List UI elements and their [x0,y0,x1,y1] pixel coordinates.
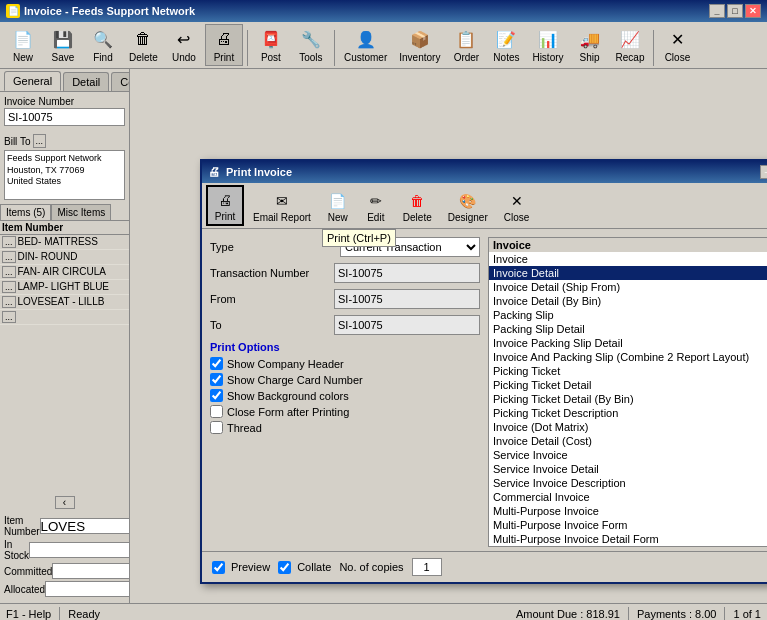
list-item-service-invoice[interactable]: Service Invoice [489,448,767,462]
toolbar-save[interactable]: 💾 Save [44,24,82,66]
toolbar-customer[interactable]: 👤 Customer [339,24,392,66]
toolbar-new[interactable]: 📄 New [4,24,42,66]
list-item[interactable]: ... BED- MATTRESS [0,235,129,250]
tab-detail[interactable]: Detail [63,72,109,91]
toolbar-order[interactable]: 📋 Order [447,24,485,66]
toolbar-tools[interactable]: 🔧 Tools [292,24,330,66]
sub-tab-misc[interactable]: Misc Items [51,204,111,220]
minimize-btn[interactable]: _ [709,4,725,18]
sub-tab-items[interactable]: Items (5) [0,204,51,220]
list-item-picking-ticket[interactable]: Picking Ticket [489,364,767,378]
dialog-toolbar-close-btn[interactable]: ✕ Close [497,187,537,226]
list-item-packing-slip-detail[interactable]: Packing Slip Detail [489,322,767,336]
allocated-field[interactable] [45,581,130,597]
toolbar-delete[interactable]: 🗑 Delete [124,24,163,66]
list-item-invoice-and-packing[interactable]: Invoice And Packing Slip (Combine 2 Repo… [489,350,767,364]
show-charge-label: Show Charge Card Number [227,374,363,386]
dialog-delete-icon: 🗑 [406,190,428,212]
tab-comm[interactable]: Comm [111,72,130,91]
tab-general[interactable]: General [4,71,61,91]
help-label[interactable]: F1 - Help [6,608,51,620]
list-item-picking-ticket-detail[interactable]: Picking Ticket Detail [489,378,767,392]
toolbar-print[interactable]: 🖨 Print [205,24,243,66]
preview-checkbox[interactable] [212,561,225,574]
order-icon: 📋 [454,27,478,51]
list-item-multi-purpose-form[interactable]: Multi-Purpose Invoice Form [489,518,767,532]
in-stock-field[interactable] [29,542,130,558]
list-item-invoice-dot[interactable]: Invoice (Dot Matrix) [489,420,767,434]
list-item-service-detail[interactable]: Service Invoice Detail [489,462,767,476]
list-item-commercial[interactable]: Commercial Invoice [489,490,767,504]
maximize-btn[interactable]: □ [727,4,743,18]
show-company-checkbox[interactable] [210,357,223,370]
list-item-multi-purpose[interactable]: Multi-Purpose Invoice [489,504,767,518]
list-item-invoice-detail[interactable]: Invoice Detail [489,266,767,280]
copies-input[interactable] [412,558,442,576]
show-bg-checkbox[interactable] [210,389,223,402]
to-input[interactable] [334,315,480,335]
list-item-packing-slip[interactable]: Packing Slip [489,308,767,322]
dialog-designer-btn[interactable]: 🎨 Designer [441,187,495,226]
invoice-number-input[interactable] [4,108,125,126]
transaction-input[interactable] [334,263,480,283]
item-expand-btn-1[interactable]: ... [2,251,16,263]
toolbar-history[interactable]: 📊 History [527,24,568,66]
thread-checkbox[interactable] [210,421,223,434]
item-expand-btn-0[interactable]: ... [2,236,16,248]
toolbar-notes[interactable]: 📝 Notes [487,24,525,66]
dialog-edit-btn[interactable]: ✏ Edit [358,187,394,226]
payments-label: Payments : 8.00 [637,608,717,620]
dialog-print-btn[interactable]: 🖨 Print [206,185,244,226]
list-item[interactable]: ... [0,310,129,325]
item-expand-btn-3[interactable]: ... [2,281,16,293]
list-item-multi-purpose-detail[interactable]: Multi-Purpose Invoice Detail Form [489,532,767,546]
bill-to-expand-btn[interactable]: ... [33,134,47,148]
list-item-invoice-packing[interactable]: Invoice Packing Slip Detail [489,336,767,350]
thread-row: Thread [210,421,480,434]
page-label: 1 of 1 [733,608,761,620]
item-expand-btn-5[interactable]: ... [2,311,16,323]
bottom-fields: Item Number In Stock Committed Allocated [0,511,129,603]
new-icon: 📄 [11,27,35,51]
close-form-checkbox[interactable] [210,405,223,418]
item-label-2: FAN- AIR CIRCULA [18,266,106,278]
item-expand-btn-2[interactable]: ... [2,266,16,278]
collate-row: Collate [278,561,331,574]
show-charge-checkbox[interactable] [210,373,223,386]
list-item-picking-ticket-bin[interactable]: Picking Ticket Detail (By Bin) [489,392,767,406]
toolbar-recap[interactable]: 📈 Recap [611,24,650,66]
report-list[interactable]: Invoice Invoice Invoice Detail Invoice D… [488,237,767,547]
from-input[interactable] [334,289,480,309]
list-item-invoice[interactable]: Invoice [489,252,767,266]
items-scroll-left[interactable]: ‹ [55,496,75,509]
list-item-service-desc[interactable]: Service Invoice Description [489,476,767,490]
collate-checkbox[interactable] [278,561,291,574]
list-item[interactable]: ... LOVESEAT - LILLB [0,295,129,310]
item-expand-btn-4[interactable]: ... [2,296,16,308]
dialog-delete-btn[interactable]: 🗑 Delete [396,187,439,226]
close-btn[interactable]: ✕ [745,4,761,18]
toolbar-post[interactable]: 📮 Post [252,24,290,66]
toolbar-ship[interactable]: 🚚 Ship [571,24,609,66]
list-item-picking-ticket-desc[interactable]: Picking Ticket Description [489,406,767,420]
list-item[interactable]: ... LAMP- LIGHT BLUE [0,280,129,295]
preview-row: Preview [212,561,270,574]
dialog-email-btn[interactable]: ✉ Email Report [246,187,318,226]
committed-field[interactable] [52,563,130,579]
list-item-invoice-detail-ship[interactable]: Invoice Detail (Ship From) [489,280,767,294]
find-icon: 🔍 [91,27,115,51]
dialog-minimize-btn[interactable]: ─ [760,165,767,179]
item-num-field[interactable] [40,518,130,534]
list-item[interactable]: ... FAN- AIR CIRCULA [0,265,129,280]
list-item-invoice-cost[interactable]: Invoice Detail (Cost) [489,434,767,448]
list-item-invoice-detail-bin[interactable]: Invoice Detail (By Bin) [489,294,767,308]
dialog-new-btn[interactable]: 📄 New [320,187,356,226]
toolbar-close[interactable]: ✕ Close [658,24,696,66]
list-item[interactable]: ... DIN- ROUND [0,250,129,265]
save-icon: 💾 [51,27,75,51]
toolbar-undo[interactable]: ↩ Undo [165,24,203,66]
toolbar-inventory[interactable]: 📦 Inventory [394,24,445,66]
show-company-row: Show Company Header [210,357,480,370]
notes-icon: 📝 [494,27,518,51]
toolbar-find[interactable]: 🔍 Find [84,24,122,66]
